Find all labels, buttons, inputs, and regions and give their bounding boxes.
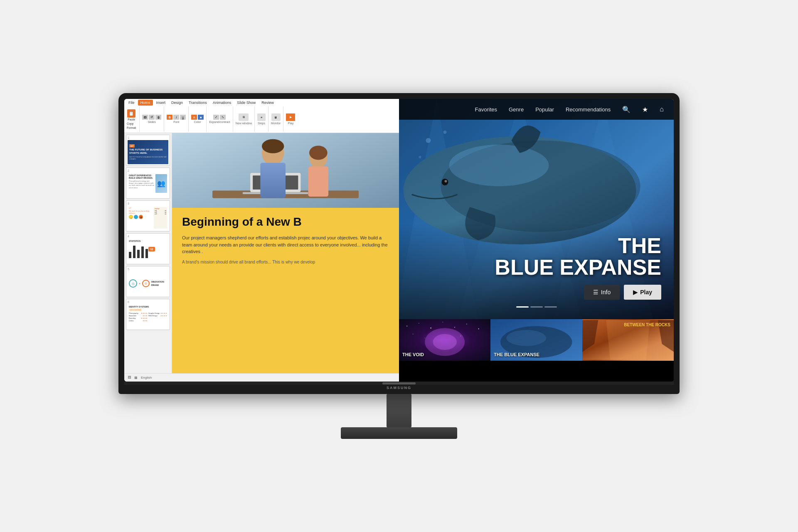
slide-thumb-2[interactable]: 2 GREAT EXPERIENCES BUILD GREAT BRANDS. …	[126, 167, 170, 199]
hero-title: THE BLUE EXPANSE	[411, 235, 661, 278]
search-icon[interactable]: 🔍	[622, 106, 631, 113]
ribbon-play-group: ▶ Play	[286, 106, 298, 132]
powerpoint-window: File Home Insert Design Transitions Anim…	[124, 99, 399, 382]
new-window-icon[interactable]: ⧉	[239, 113, 249, 121]
expand-icon[interactable]: ⤢	[213, 115, 219, 120]
thumbnail-between-rocks[interactable]: BETWEEN THE ROCKS	[582, 319, 674, 361]
ppt-tab-review[interactable]: Review	[259, 100, 276, 106]
slide3-subtitle: We work for you by working with you.	[129, 210, 153, 214]
chart-area	[129, 244, 167, 258]
delete-icon[interactable]: 🗑	[155, 115, 161, 120]
nav-popular[interactable]: Popular	[535, 106, 554, 113]
ppt-tab-home[interactable]: Home	[138, 100, 153, 106]
ppt-tab-slideshow[interactable]: Slide Show	[234, 100, 258, 106]
ppt-tabs: File Home Insert Design Transitions Anim…	[126, 100, 397, 106]
thumb-void-label: THE VOID	[402, 352, 424, 357]
svg-point-25	[406, 326, 407, 327]
ribbon-clipboard-group: 📋 Paste Copy Format	[126, 106, 140, 132]
paste-button[interactable]: 📋 Paste	[126, 108, 137, 122]
monitor: File Home Insert Design Transitions Anim…	[108, 93, 690, 439]
ppt-tab-animations[interactable]: Animations	[210, 100, 234, 106]
monitor-screen: File Home Insert Design Transitions Anim…	[124, 99, 674, 382]
thumbnail-the-void[interactable]: THE VOID	[399, 319, 490, 361]
ribbon-monitor-group: 🖥 Monitor	[271, 106, 283, 132]
slide-body-text-1: Our project managers shepherd our effort…	[182, 234, 389, 255]
svg-rect-6	[260, 163, 286, 198]
bar-5	[145, 249, 148, 258]
color-row: A ■	[191, 115, 204, 120]
dot-3	[544, 306, 557, 308]
italic-icon[interactable]: I	[173, 115, 179, 120]
slide-footer-text: A brand's mission should drive all brand…	[182, 259, 389, 265]
progress-dots	[411, 306, 661, 308]
bar-2	[133, 246, 135, 258]
slide-yellow-section: Beginning of a New B Our project manager…	[172, 208, 399, 373]
bar-3	[137, 250, 140, 258]
info-button[interactable]: ☰ Info	[584, 285, 620, 300]
play-icon[interactable]: ▶	[286, 113, 295, 121]
monitor-stand-neck	[387, 394, 411, 427]
ribbon-font-group: B I U Font	[167, 106, 189, 132]
play-label: Play	[288, 122, 294, 125]
dot-2	[530, 306, 543, 308]
slide-thumb-5[interactable]: 5 ◎ + ◎ INNOVATION BRAND	[126, 266, 170, 297]
svg-point-31	[478, 328, 479, 329]
hero-buttons: ☰ Info ▶ Play	[411, 285, 661, 300]
hero-section: THE BLUE EXPANSE ☰ Info ▶ Play	[399, 99, 674, 382]
bold-icon[interactable]: B	[167, 115, 172, 120]
nav-genre[interactable]: Genre	[509, 106, 524, 113]
underline-icon[interactable]: U	[180, 115, 186, 120]
ppt-tab-transitions[interactable]: Transitions	[186, 100, 209, 106]
slide1-title: THE FUTURE OF BUSINESS STARTS HERE.	[129, 148, 167, 155]
svg-point-32	[413, 334, 414, 335]
monitor-icon[interactable]: 🖥	[271, 113, 281, 121]
star-icon[interactable]: ★	[642, 106, 648, 113]
font-row: B I U	[167, 115, 186, 120]
svg-point-29	[454, 327, 455, 328]
thumbnail-blue-expanse[interactable]: THE BLUE EXPANSE	[490, 319, 582, 361]
svg-point-36	[433, 334, 456, 350]
ribbon-slides-group: 🖼 ↺ 🗑 Slides	[142, 106, 164, 132]
color-outline-icon[interactable]: ■	[198, 115, 204, 120]
slide3-table: orange col1val col2val col3val	[154, 207, 167, 229]
monitor-stand-base	[341, 427, 457, 439]
color-fill-icon[interactable]: A	[191, 115, 197, 120]
slide-thumb-1[interactable]: 1 m7 THE FUTURE OF BUSINESS STARTS HERE.…	[126, 135, 170, 166]
slide6-subtitle: UX/UI DESIGN	[129, 308, 142, 311]
copy-button[interactable]: Copy	[126, 122, 137, 126]
office-illustration	[172, 133, 399, 208]
play-button[interactable]: ▶ Play	[624, 285, 661, 300]
format-button[interactable]: Format	[126, 126, 137, 130]
slide-thumb-6[interactable]: 6 IDENTITY SYSTEMS UX/UI DESIGN Photogra…	[126, 299, 170, 330]
new-slide-icon[interactable]: 🖼	[142, 115, 148, 120]
svg-point-26	[419, 323, 419, 324]
ribbon-window-group: ⧉ New window	[236, 106, 255, 132]
home-icon[interactable]: ⌂	[660, 106, 664, 113]
slide-thumb-3[interactable]: 3 m7 We work for you by working with you…	[126, 200, 170, 232]
bar-4	[141, 246, 144, 258]
reset-icon[interactable]: ↺	[149, 115, 155, 120]
office-scene	[172, 133, 399, 208]
nav-favorites[interactable]: Favorites	[475, 106, 497, 113]
streaming-app: Favorites Genre Popular Recommendations …	[399, 99, 674, 382]
nav-recommendations[interactable]: Recommendations	[566, 106, 611, 113]
steps-icon[interactable]: ≡	[257, 113, 266, 121]
svg-point-17	[449, 145, 549, 186]
slide3-badge: m7	[129, 207, 153, 209]
hero-overlay: THE BLUE EXPANSE ☰ Info ▶ Play	[399, 222, 674, 319]
ppt-tab-design[interactable]: Design	[169, 100, 185, 106]
svg-point-33	[425, 338, 425, 338]
ppt-tab-file[interactable]: File	[126, 100, 137, 106]
slide2-image: 👥	[155, 174, 167, 193]
svg-point-22	[419, 156, 421, 158]
color-label: Color	[194, 121, 201, 123]
contract-icon[interactable]: ⤡	[220, 115, 226, 120]
slide-thumb-4[interactable]: 4 STATISTICS	[126, 233, 170, 264]
svg-point-19	[445, 180, 447, 182]
innovation-icon: ◎	[129, 279, 137, 288]
ppt-tab-insert[interactable]: Insert	[154, 100, 168, 106]
monitor-bottom-bar	[124, 382, 674, 385]
slide4-title: STATISTICS	[129, 240, 167, 242]
slide6-title: IDENTITY SYSTEMS	[129, 305, 167, 308]
samsung-logo: SAMSUNG	[124, 386, 674, 390]
